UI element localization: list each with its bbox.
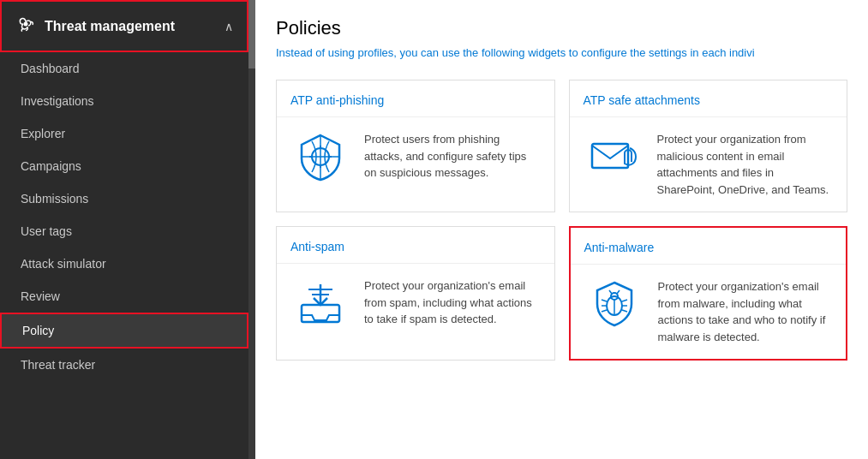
- policy-card-atp-safe-attachments-header: ATP safe attachments: [570, 80, 847, 117]
- scrollbar-track[interactable]: [248, 0, 255, 459]
- chevron-up-icon[interactable]: ∧: [224, 20, 233, 33]
- policy-card-anti-spam-header: Anti-spam: [277, 227, 554, 264]
- biohazard-icon: [15, 14, 36, 39]
- policy-card-anti-spam-body: Protect your organization's email from s…: [277, 264, 554, 360]
- policy-card-atp-safe-attachments[interactable]: ATP safe attachments Protect your organi…: [569, 80, 848, 212]
- svg-line-20: [622, 300, 627, 301]
- sidebar-nav: Dashboard Investigations Explorer Campai…: [0, 52, 248, 459]
- anti-spam-icon: [290, 277, 350, 329]
- sidebar-item-campaigns[interactable]: Campaigns: [0, 150, 248, 182]
- policy-card-anti-malware[interactable]: Anti-malware: [569, 226, 848, 361]
- svg-rect-8: [592, 144, 628, 168]
- policy-card-anti-spam-title: Anti-spam: [290, 240, 344, 253]
- policy-card-atp-safe-attachments-body: Protect your organization from malicious…: [570, 117, 847, 212]
- atp-anti-phishing-description: Protect users from phishing attacks, and…: [364, 131, 541, 182]
- svg-line-15: [609, 290, 612, 294]
- svg-line-17: [602, 300, 607, 301]
- anti-malware-icon: [584, 278, 644, 330]
- policy-card-anti-malware-title: Anti-malware: [584, 241, 655, 254]
- policy-card-anti-malware-header: Anti-malware: [571, 228, 847, 265]
- svg-line-19: [602, 310, 607, 312]
- anti-malware-description: Protect your organization's email from m…: [658, 278, 833, 345]
- sidebar-header[interactable]: Threat management ∧: [0, 0, 248, 52]
- atp-safe-attachments-icon: [584, 131, 644, 182]
- sidebar-item-threat-tracker[interactable]: Threat tracker: [0, 349, 248, 381]
- page-subtitle: Instead of using profiles, you can use t…: [276, 46, 847, 59]
- sidebar-item-investigations[interactable]: Investigations: [0, 85, 248, 117]
- sidebar-header-left: Threat management: [15, 14, 175, 39]
- atp-anti-phishing-icon: [290, 131, 350, 182]
- policy-card-atp-anti-phishing-title: ATP anti-phishing: [290, 93, 384, 107]
- sidebar-item-review[interactable]: Review: [0, 280, 248, 313]
- sidebar: Threat management ∧ Dashboard Investigat…: [0, 0, 248, 459]
- page-title: Policies: [276, 17, 847, 39]
- svg-line-22: [622, 310, 627, 312]
- main-content: Policies Instead of using profiles, you …: [255, 0, 868, 459]
- scrollbar-thumb[interactable]: [248, 0, 255, 69]
- sidebar-item-user-tags[interactable]: User tags: [0, 215, 248, 247]
- atp-safe-attachments-description: Protect your organization from malicious…: [657, 131, 834, 198]
- policy-card-atp-anti-phishing-body: Protect users from phishing attacks, and…: [277, 117, 554, 212]
- anti-spam-description: Protect your organization's email from s…: [364, 277, 541, 328]
- sidebar-item-attack-simulator[interactable]: Attack simulator: [0, 247, 248, 280]
- sidebar-item-policy[interactable]: Policy: [0, 313, 248, 349]
- sidebar-item-dashboard[interactable]: Dashboard: [0, 52, 248, 85]
- sidebar-title: Threat management: [45, 19, 175, 34]
- svg-line-16: [617, 290, 620, 294]
- sidebar-item-explorer[interactable]: Explorer: [0, 117, 248, 150]
- policies-grid: ATP anti-phishing: [276, 80, 847, 361]
- policy-card-atp-safe-attachments-title: ATP safe attachments: [584, 93, 700, 107]
- svg-point-0: [24, 22, 28, 27]
- policy-card-anti-malware-body: Protect your organization's email from m…: [571, 265, 847, 359]
- policy-card-atp-anti-phishing[interactable]: ATP anti-phishing: [276, 80, 555, 212]
- policy-card-anti-spam[interactable]: Anti-spam Protect you: [276, 226, 555, 361]
- policy-card-atp-anti-phishing-header: ATP anti-phishing: [277, 80, 554, 117]
- sidebar-item-submissions[interactable]: Submissions: [0, 182, 248, 215]
